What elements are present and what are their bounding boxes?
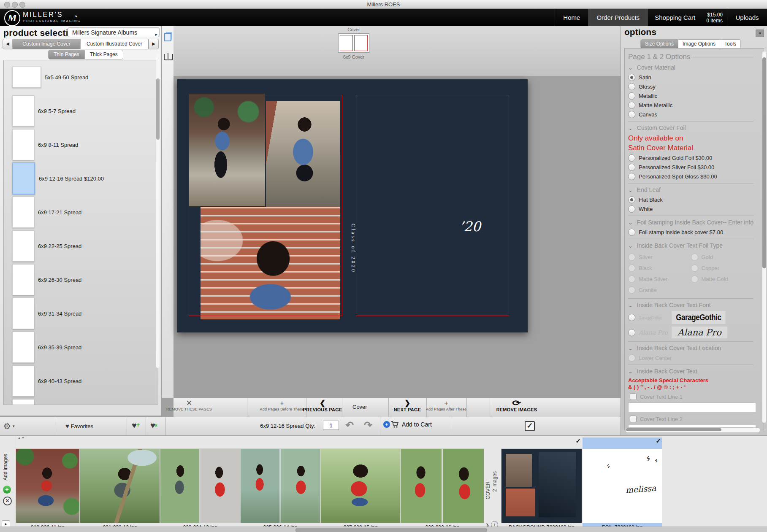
settings-gear-icon[interactable]: ⚙ — [3, 421, 11, 431]
options-horizontal-scrollbar[interactable] — [625, 427, 760, 433]
filmstrip-image[interactable]: 019-020-11.jpg — [16, 437, 79, 531]
page-nav-cover-item[interactable]: Cover 6x9 Cover — [338, 27, 370, 59]
radio-canvas[interactable]: Canvas — [628, 111, 753, 118]
add-images-button[interactable]: + — [3, 486, 11, 494]
remove-pages-button[interactable]: ✕ REMOVE THESE PAGES — [160, 399, 219, 411]
collapse-panel-icon[interactable]: « — [756, 30, 764, 37]
gear-dropdown-arrow-icon[interactable]: ▾ — [13, 424, 15, 428]
undo-icon[interactable]: ↶ — [345, 419, 354, 431]
radio-metallic[interactable]: Metallic — [628, 92, 753, 100]
list-item[interactable]: 6x9 8-11 Spread — [4, 128, 158, 162]
radio-gold-foil[interactable]: Personalized Gold Foil $30.00 — [628, 154, 753, 162]
photo-thumbnail[interactable] — [501, 449, 582, 523]
list-item[interactable] — [4, 398, 158, 405]
text-foil-type-header[interactable]: ⌄ Inside Back Cover Text Foil Type — [628, 242, 753, 249]
cover-page-thumbnail[interactable] — [338, 33, 369, 53]
photo-thumbnail[interactable] — [80, 449, 160, 523]
radio-matte-gold[interactable]: Matte Gold — [691, 275, 754, 283]
nav-order-products[interactable]: Order Products — [588, 9, 648, 26]
product-dropdown[interactable]: Millers Signature Albums ▸ — [68, 27, 160, 37]
filmstrip-image[interactable]: 029-030-16.jpg — [401, 437, 484, 531]
add-to-cart-button[interactable]: + Add to Cart — [383, 421, 432, 428]
album-cover-spread[interactable]: Class of 2020 ’20 — [177, 79, 528, 332]
radio-gold[interactable]: Gold — [691, 253, 754, 261]
radio-satin[interactable]: Satin — [628, 73, 753, 81]
list-item[interactable]: 6x9 31-34 Spread — [4, 297, 158, 330]
list-item[interactable]: 5x5 49-50 Spread — [4, 60, 158, 94]
spine-text[interactable]: Class of 2020 — [344, 200, 356, 297]
remove-images-button[interactable]: ⟳ REMOVE IMAGES — [491, 399, 542, 412]
radio-spot-gloss[interactable]: Personalized Spot Gloss $30.00 — [628, 173, 753, 180]
tab-image-options[interactable]: Image Options — [678, 39, 720, 49]
radio-alana-pro[interactable]: Alana Pro Alana Pro — [628, 327, 753, 338]
radio-lower-center[interactable]: Lower Center — [628, 354, 753, 362]
previous-page-button[interactable]: ❮ PREVIOUS PAGE — [297, 399, 348, 412]
photo-thumbnail[interactable] — [401, 449, 484, 523]
redo-icon[interactable]: ↷ — [364, 419, 372, 431]
filmstrip-foil-image-selected[interactable]: ✓ ϟ ϟ ϟ melissa FOIL Z039182.jpg — [583, 437, 662, 531]
radio-silver-foil[interactable]: Personalized Silver Foil $30.00 — [628, 163, 753, 171]
tab-thick-pages[interactable]: Thick Pages — [85, 50, 123, 59]
filmstrip-image[interactable]: 021-022-12.jpg — [80, 437, 160, 531]
radio-flat-black[interactable]: Flat Black — [628, 196, 753, 203]
list-item-selected[interactable]: 6x9 12-16 Spread $120.00 — [4, 162, 158, 195]
photo-thumbnail[interactable] — [16, 449, 79, 523]
foil-stamping-header[interactable]: ⌄ Foil Stamping Inside Back Cover-- Ente… — [628, 219, 753, 226]
filmstrip-image[interactable]: 025-026-14.jpg — [241, 437, 320, 531]
end-leaf-header[interactable]: ⌄ End Leaf — [628, 186, 753, 193]
list-item[interactable]: 6x9 26-30 Spread — [4, 263, 158, 297]
spread-list-scrollbar[interactable] — [156, 53, 160, 368]
cover-text-line1-input[interactable] — [628, 402, 756, 412]
nav-shopping-cart[interactable]: Shopping Cart — [648, 9, 702, 26]
front-cover-foil-text[interactable]: ’20 — [459, 219, 481, 235]
pages-view-icon[interactable] — [164, 33, 171, 41]
radio-white[interactable]: White — [628, 205, 753, 213]
tab-custom-illustrated-cover[interactable]: Custom Illustrated Cover — [81, 39, 149, 49]
cover-text-line1-checkbox[interactable]: Cover Text Line 1 — [628, 393, 753, 400]
radio-copper[interactable]: Copper — [691, 264, 754, 272]
photo-thumbnail[interactable] — [321, 449, 400, 523]
apply-favorite-button[interactable]: ♥ « — [150, 421, 155, 430]
text-font-header[interactable]: ⌄ Inside Back Cover Text Font — [628, 302, 753, 308]
add-favorite-button[interactable]: ♥ + — [132, 421, 137, 430]
radio-silver[interactable]: Silver — [628, 253, 691, 261]
radio-black[interactable]: Black — [628, 264, 691, 272]
radio-garagegothic[interactable]: GarageGothic GarageGothic — [628, 311, 753, 324]
photo-thumbnail[interactable]: ϟ ϟ ϟ melissa — [583, 449, 662, 523]
photo-thumbnail[interactable] — [160, 449, 240, 523]
radio-foil-stamp[interactable]: Foil stamp inside back cover $7.00 — [628, 228, 753, 236]
radio-matte-metallic[interactable]: Matte Metallic — [628, 101, 753, 109]
filmstrip-background-image[interactable]: ✓ BACKGROUND Z039182.jpg — [501, 437, 582, 531]
quantity-input[interactable] — [323, 421, 339, 430]
confirm-checkbox[interactable]: ✓ — [525, 421, 535, 431]
radio-glossy[interactable]: Glossy — [628, 83, 753, 90]
list-item[interactable]: 6x9 5-7 Spread — [4, 94, 158, 128]
tab-custom-image-cover[interactable]: Custom Image Cover — [13, 39, 81, 49]
filmstrip-image[interactable]: 027-028-15.jpg — [321, 437, 400, 531]
options-vertical-scrollbar[interactable] — [762, 51, 766, 423]
add-pages-after-button[interactable]: + Add Pages After These — [417, 399, 476, 411]
tab-thin-pages[interactable]: Thin Pages — [48, 50, 85, 59]
text-location-header[interactable]: ⌄ Inside Back Cover Text Location — [628, 345, 753, 351]
radio-granite[interactable]: Granite — [628, 286, 691, 294]
filmstrip-image[interactable]: 023-024-13.jpg — [160, 437, 240, 531]
list-item[interactable]: 6x9 40-43 Spread — [4, 364, 158, 398]
cover-material-header[interactable]: ⌄ Cover Material — [628, 64, 753, 71]
nav-uploads[interactable]: Uploads — [727, 9, 767, 26]
back-cover-text-header[interactable]: ⌄ Inside Back Cover Text — [628, 368, 753, 375]
tab-tools[interactable]: Tools — [720, 39, 741, 49]
custom-cover-foil-header[interactable]: ⌄ Custom Cover Foil — [628, 124, 753, 131]
list-item[interactable]: 6x9 17-21 Spread — [4, 195, 158, 229]
refresh-icon[interactable]: ◔ — [73, 12, 78, 22]
radio-matte-silver[interactable]: Matte Silver — [628, 275, 691, 283]
filmstrip-scrollbar[interactable] — [0, 527, 767, 532]
list-item[interactable]: 6x9 22-25 Spread — [4, 229, 158, 263]
tab-size-options[interactable]: Size Options — [640, 39, 678, 49]
book-view-icon[interactable] — [164, 54, 173, 60]
list-item[interactable]: 6x9 35-39 Spread — [4, 330, 158, 364]
remove-image-button[interactable]: ✕ — [3, 497, 12, 505]
favorites-button[interactable]: ♥ Favorites — [65, 422, 93, 429]
tabs-scroll-left-icon[interactable]: ◀ — [3, 39, 13, 49]
nav-home[interactable]: Home — [555, 9, 588, 26]
photo-thumbnail[interactable] — [241, 449, 320, 523]
